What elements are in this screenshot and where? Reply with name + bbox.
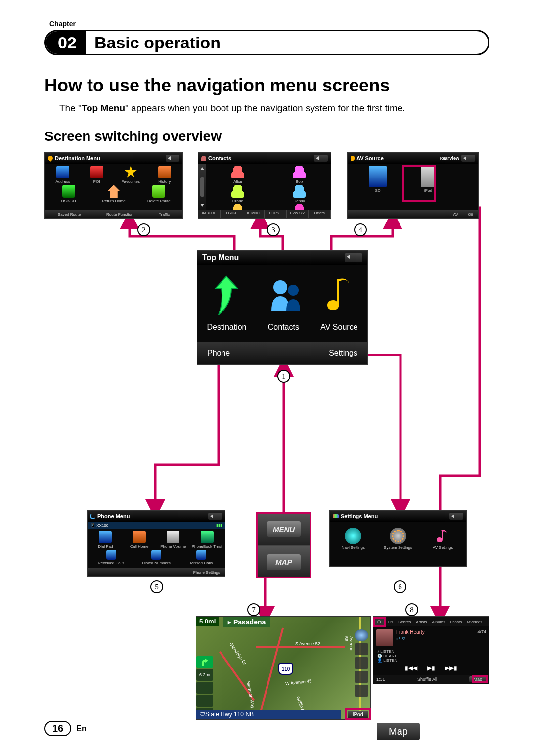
bb-saved[interactable]: Saved Route [58, 212, 81, 217]
phone-settings-btn[interactable]: Phone Settings [193, 570, 220, 575]
settings-navi[interactable]: Navi Settings [332, 528, 374, 550]
menu-button[interactable]: MENU [257, 513, 311, 545]
settings-av[interactable]: AV Settings [422, 528, 464, 550]
avp-tab-albums[interactable]: Albums [430, 617, 448, 626]
dest-item-poi[interactable]: POI [82, 166, 112, 184]
next-button[interactable]: ▶▶▮ [445, 665, 457, 671]
zoom-out-button[interactable] [355, 657, 368, 669]
lbl: Destination [207, 323, 246, 332]
bb-traffic[interactable]: Traffic [159, 212, 170, 217]
back-button[interactable] [449, 513, 463, 520]
map-side-buttons [355, 629, 370, 697]
rearview-button[interactable]: RearView [440, 156, 459, 161]
topmenu-avsource[interactable]: AV Source [320, 274, 357, 332]
tab-klmno[interactable]: KLMNO [242, 210, 265, 218]
avp-tab-pls[interactable]: Pls [385, 617, 396, 626]
back-button[interactable] [461, 155, 475, 162]
phone-dialed[interactable]: Dialed Numbers [134, 550, 178, 565]
compass-button[interactable] [355, 629, 368, 641]
tab-fghij[interactable]: FGHIJ [221, 210, 243, 218]
avsource-sd[interactable]: SD [362, 166, 393, 193]
prev-button[interactable]: ▮◀◀ [405, 665, 417, 671]
back-button[interactable] [345, 253, 362, 262]
list-button[interactable] [355, 671, 368, 683]
avsource-titlebar: AV Source RearView [348, 153, 478, 164]
map-label: MAP [267, 554, 301, 570]
phone-title: Phone Menu [97, 513, 130, 519]
phone-devicebar: 📱 XX100 ▮▮▮ [88, 522, 225, 529]
destination-menu-screen: Destination Menu Address POI Favourites … [44, 152, 183, 219]
phone-callhome[interactable]: Call Home [124, 531, 155, 549]
back-button[interactable] [314, 155, 328, 162]
lbl: Call Home [124, 544, 155, 549]
phone-missed[interactable]: Missed Calls [179, 550, 223, 565]
avp-tab-genres[interactable]: Genres [396, 617, 413, 626]
phone-device: XX100 [96, 523, 108, 528]
topmenu-settings[interactable]: Settings [329, 349, 357, 357]
av-btn[interactable]: AV [453, 212, 458, 217]
map-city: ▸ Pasadena [223, 617, 270, 627]
bb-routefn[interactable]: Route Function [106, 212, 133, 217]
intro-suffix: " appears when you boot up the navigatio… [125, 103, 405, 113]
street-label: S Avenue 52 [295, 641, 320, 646]
callout-7: 7 [247, 603, 260, 616]
page-footer: 16 En [44, 721, 87, 736]
topmenu-contacts[interactable]: Contacts [266, 274, 301, 332]
topmenu-destination[interactable]: Destination [207, 274, 246, 332]
avp-map-button[interactable]: Map [469, 676, 486, 682]
chapter-header: 02 Basic operation [44, 30, 490, 55]
phone-received[interactable]: Received Calls [89, 550, 133, 565]
screen-diagram: Destination Menu Address POI Favourites … [44, 152, 490, 671]
avp-tab-artists[interactable]: Artists [413, 617, 429, 626]
contact-crane[interactable]: Crane [217, 185, 259, 203]
dest-item-history[interactable]: History [149, 166, 180, 184]
off-btn[interactable]: Off [468, 212, 473, 217]
lbl: Phone Volume [158, 544, 188, 549]
dest-item-favourites[interactable]: Favourites [115, 166, 146, 184]
phone-pbtransfer[interactable]: PhoneBook Trnsfr [192, 531, 222, 549]
tab-abcde[interactable]: #ABCDE [198, 210, 221, 218]
dest-item-returnhome[interactable]: Return Home [98, 185, 129, 203]
tab-uvwxyz[interactable]: UVWXYZ [287, 210, 309, 218]
phone-dialpad[interactable]: Dial Pad [90, 531, 121, 549]
lbl: Navi Settings [332, 545, 374, 550]
map-button[interactable]: MAP [257, 545, 311, 578]
tab-others[interactable]: Others [309, 210, 331, 218]
lbl: AV Source [320, 323, 357, 332]
map-btn[interactable] [196, 682, 213, 694]
back-button[interactable] [166, 155, 179, 162]
lbl: AV Settings [422, 545, 464, 550]
avsource-ipod[interactable]: iPod [413, 166, 444, 193]
tab-pqrst[interactable]: PQRST [265, 210, 287, 218]
turn-icon [196, 656, 213, 668]
contact-denny[interactable]: Denny [278, 185, 320, 203]
contact-bob[interactable]: Bob [278, 166, 320, 184]
play-button[interactable]: ▶▮ [427, 665, 435, 671]
phone-volume[interactable]: Phone Volume [158, 531, 188, 549]
dest-item-address[interactable]: Address [47, 166, 78, 184]
avp-shuffle[interactable]: Shuffle All [417, 677, 437, 682]
zoom-in-button[interactable] [355, 643, 368, 655]
settings-system[interactable]: System Settings [377, 528, 419, 550]
map-body[interactable]: 5.0mi ▸ Pasadena 110 S Avenue 52 W Avenu… [196, 617, 370, 719]
lbl: iPod [413, 188, 444, 193]
avsource-grid: SD iPod [348, 164, 478, 196]
destination-titlebar: Destination Menu [45, 153, 182, 164]
options-button[interactable] [355, 685, 368, 697]
lbl: System Settings [377, 545, 419, 550]
back-button[interactable] [208, 513, 222, 520]
avp-tab-pcasts[interactable]: Pcasts [447, 617, 464, 626]
page-heading: How to use the navigation menu screens [44, 75, 490, 96]
lbl: Bob [278, 179, 320, 184]
contacts-scrollbar[interactable] [198, 164, 206, 210]
avp-tab-ipod[interactable]: ▢ [373, 617, 385, 626]
topmenu-phone[interactable]: Phone [207, 349, 230, 357]
avp-tab-mvideos[interactable]: MVideos [464, 617, 485, 626]
dest-item-usbsd[interactable]: USB/SD [53, 185, 84, 203]
phone-grid: Dial Pad Call Home Phone Volume PhoneBoo… [88, 529, 225, 568]
map-btn[interactable] [196, 695, 213, 707]
settings-menu-screen: Settings Menu Navi Settings System Setti… [329, 510, 467, 567]
map-ipod-chip[interactable]: iPod [348, 711, 368, 718]
dest-item-deleteroute[interactable]: Delete Route [143, 185, 174, 203]
contact-alice[interactable]: Alice [217, 166, 259, 184]
